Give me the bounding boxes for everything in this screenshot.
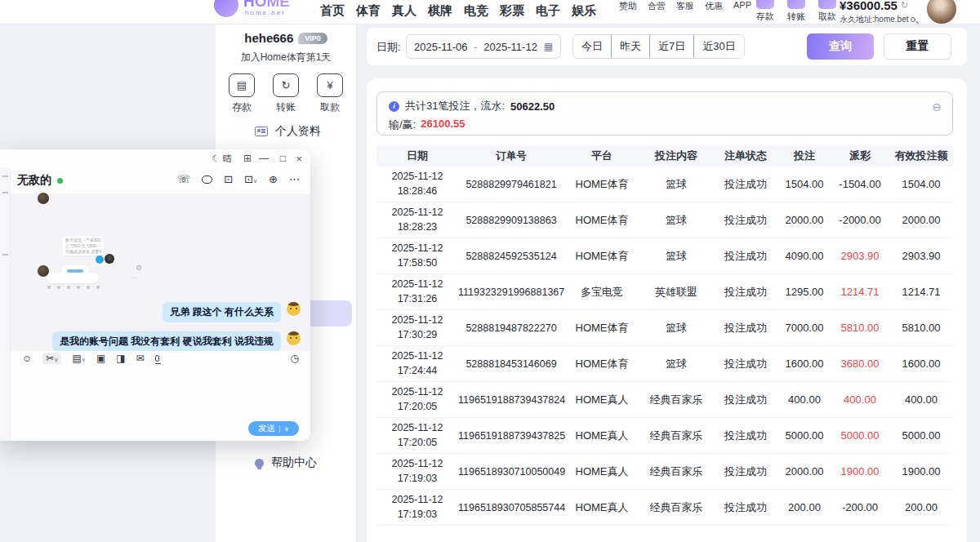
range-today-button[interactable]: 今日 [573,35,611,58]
sidebar-withdraw-button[interactable]: ¥ 取款 [317,73,343,114]
chat-side-rail[interactable] [0,167,11,441]
microphone-icon[interactable] [155,355,159,362]
loading-dots: ⋯ [131,274,138,282]
username: hehe666 [244,31,293,45]
link-sponsor[interactable]: 赞助 [619,0,637,12]
sidebar-transfer-button[interactable]: ↻ 转账 [273,73,299,114]
table-row: 2025-11-1217:58:50 5288824592535124 HOME… [376,238,953,274]
sent-message-row: 兄弟 跟这个 有什么关系 [163,302,301,322]
shared-link-card[interactable] [47,273,99,283]
deposit-button[interactable]: 存款 [750,0,781,23]
link-service[interactable]: 客服 [676,0,694,12]
sidebar-item-help[interactable]: 帮助中心 [255,455,317,470]
chat-bubble: 是我的账号问题 我没有套利 硬说我套利 说我违规 [52,331,281,352]
records-card: i 共计31笔投注，流水: 50622.50 输/赢: 26100.55 ⊖ 日… [367,78,967,542]
launch-app-icon[interactable]: ⊕ [269,173,278,185]
nav-item-lottery[interactable]: 彩票 [500,3,524,19]
nav-item-entertainment[interactable]: 娱乐 [572,3,596,19]
screen-share-icon[interactable]: ⊡ [224,173,233,185]
table-row: 2025-11-1218:28:23 5288829909138863 HOME… [376,202,953,238]
top-navbar: HOME home.bet 首页 体育 真人 棋牌 电竞 彩票 电子 娱乐 赞助… [0,0,980,24]
chat-titlebar[interactable]: ☾ 晴 ⊞ — □ × [0,149,310,167]
chat-header: 无敌的 ☏ ⊡ ⊡∨ ⊕ ⋯ [11,167,310,193]
main-nav: 首页 体育 真人 棋牌 电竞 彩票 电子 娱乐 [320,3,596,19]
gear-icon[interactable]: ⚙ [136,264,142,272]
file-icon[interactable]: ▤∨ [72,353,85,364]
deposit-icon [756,0,774,9]
lightbulb-icon [255,459,264,468]
nav-item-sports[interactable]: 体育 [356,3,381,19]
photo-thumbnail[interactable] [105,254,114,264]
deposit-outline-icon: ▤ [229,73,255,97]
send-options-caret[interactable]: ∨ [284,425,289,433]
nav-item-home[interactable]: 首页 [320,3,345,19]
close-icon[interactable]: × [296,153,302,165]
permanent-domain: 永久地址:home.bet [840,14,908,24]
withdraw-outline-icon: ¥ [317,73,343,97]
date-range-input[interactable]: 2025-11-06 - 2025-11-12 ▦ [406,34,561,59]
transfer-icon [787,0,805,9]
date-from: 2025-11-06 [414,41,468,53]
moon-icon: ☾ [212,153,220,164]
profile-icon [255,127,268,136]
joined-text: 加入Home体育第1天 [216,51,356,64]
quick-range-group: 今日 昨天 近7日 近30日 [572,34,745,59]
search-icon[interactable] [911,17,915,22]
online-status-dot [57,178,63,184]
vip-badge: VIP0 [298,33,327,44]
table-row: 2025-11-1217:19:03 1196518930705855744 H… [376,490,953,526]
table-row: 2025-11-1218:28:46 5288829979461821 HOME… [376,167,953,202]
range-yesterday-button[interactable]: 昨天 [611,35,649,58]
sidebar-item-profile[interactable]: 个人资料 [255,124,321,139]
transfer-button[interactable]: 转账 [781,0,812,23]
history-clock-icon[interactable]: ◷ [291,353,299,364]
range-30days-button[interactable]: 近30日 [693,35,743,58]
winloss-label: 输/赢: [389,118,416,132]
minimize-icon[interactable]: — [259,153,269,164]
screenshot-icon[interactable]: ✂∨ [42,353,61,364]
collapse-icon[interactable]: ⊖ [932,100,942,113]
link-partner[interactable]: 合营 [648,0,666,12]
send-button[interactable]: 发送 ∨ [248,421,299,436]
reset-button[interactable]: 重置 [884,33,951,60]
summary-line1-label: 共计31笔投注，流水: [405,99,505,113]
audio-video-icon[interactable]: ◨ [116,353,125,364]
maximize-icon[interactable]: □ [280,153,286,164]
peer-avatar [38,193,49,204]
nav-item-esports[interactable]: 电竞 [464,3,488,19]
voice-call-icon[interactable]: ☏ [177,173,190,185]
winloss-value: 26100.55 [421,118,465,132]
sticker-thumbnail[interactable] [96,255,104,264]
emoji-icon[interactable]: ☺ [22,353,32,364]
chat-input-area[interactable]: 发送 ∨ [11,367,310,441]
refresh-balance-icon[interactable]: ↻ [901,0,908,11]
withdraw-button[interactable]: 取款 [812,0,843,23]
link-app[interactable]: APP [733,0,751,12]
range-7days-button[interactable]: 近7日 [649,35,693,58]
video-call-icon[interactable] [202,175,212,184]
nav-item-live[interactable]: 真人 [392,3,416,19]
search-button[interactable]: 查询 [807,33,874,60]
sidebar-deposit-button[interactable]: ▤ 存款 [229,73,255,114]
chat-bubble: 兄弟 跟这个 有什么关系 [163,302,281,322]
turnover-value: 50622.50 [510,100,555,113]
nav-item-chess[interactable]: 棋牌 [428,3,452,19]
wallet-quick-actions: 存款 转账 取款 [750,0,843,23]
transfer-outline-icon: ↻ [273,73,299,97]
chat-message-area[interactable]: 那天试玩一千多500 二万500 三万500 五万500 一万500 可能说还会… [11,193,310,351]
mail-icon[interactable]: ✉ [136,353,145,364]
home-logo-icon[interactable] [214,0,238,17]
layout-icon[interactable]: ⊞ [243,153,252,164]
chat-toolbar: ☺ ✂∨ ▤∨ ▣ ◨ ✉ ◷ [11,351,310,367]
user-avatar[interactable] [925,0,958,24]
table-header: 日期 订单号 平台 投注内容 注单状态 投注 派彩 有效投注额 [376,145,953,167]
self-avatar [287,302,301,316]
image-icon[interactable]: ▣ [96,353,105,364]
quoted-message-card[interactable]: 那天试玩一千多500 二万500 三万500 五万500 一万500 可能说还会… [63,236,104,255]
remote-desktop-icon[interactable]: ⊡∨ [244,173,257,185]
link-promo[interactable]: 优惠 [705,0,723,12]
nav-item-slots[interactable]: 电子 [536,3,560,19]
more-icon[interactable]: ⋯ [289,173,300,185]
bet-records-table: 日期 订单号 平台 投注内容 注单状态 投注 派彩 有效投注额 2025-11-… [376,145,953,526]
summary-box: i 共计31笔投注，流水: 50622.50 输/赢: 26100.55 ⊖ [376,91,953,136]
